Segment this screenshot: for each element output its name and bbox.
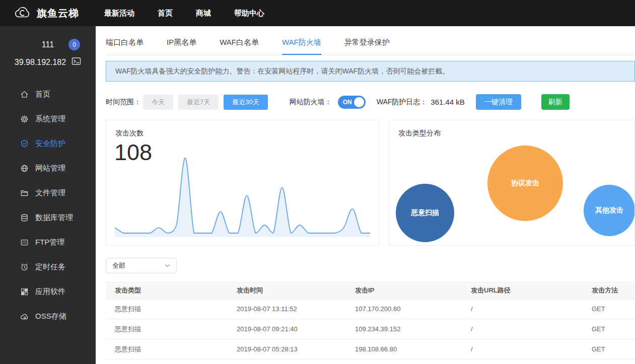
attack-type-bubble: 协议攻击 <box>487 145 563 221</box>
select-value: 全部 <box>112 261 165 270</box>
sidebar-item-website[interactable]: 网站管理 <box>0 156 96 181</box>
nav-item-activity[interactable]: 最新活动 <box>104 9 134 18</box>
table-cell: 198.108.66.80 <box>346 339 462 359</box>
sidebar: 111 0 39.98.192.182 首页 <box>0 26 96 364</box>
svg-text:FTP: FTP <box>22 242 27 244</box>
top-navbar: 旗鱼云梯 最新活动 首页 商城 帮助中心 <box>0 0 635 26</box>
range-button-today[interactable]: 今天 <box>143 95 173 110</box>
sidebar-item-ftp[interactable]: FTP FTP管理 <box>0 230 96 255</box>
server-ip: 39.98.192.182 <box>15 58 66 67</box>
toggle-on-text: ON <box>343 99 352 106</box>
area-fill <box>115 158 370 237</box>
notification-badge: 0 <box>68 39 80 50</box>
range-button-30days[interactable]: 最近30天 <box>224 95 267 110</box>
home-icon <box>20 90 29 99</box>
table-cell: 2019-08-07 09:21:40 <box>228 319 346 339</box>
sidebar-item-label: 网站管理 <box>35 164 65 173</box>
tab-waf-firewall[interactable]: WAF防火墙 <box>282 38 321 55</box>
range-button-7days[interactable]: 最近7天 <box>178 95 219 110</box>
clock-icon <box>20 263 29 271</box>
table-cell: 109.234.39.152 <box>346 319 462 339</box>
column-attack-type: 攻击类型 <box>106 282 228 299</box>
table-cell: 2019-08-07 05:28:13 <box>228 339 346 359</box>
table-cell: 2019-08-07 13:11:52 <box>228 299 346 319</box>
ftp-folder-icon: FTP <box>20 238 29 247</box>
attack-count-card: 攻击次数 108 <box>106 120 379 246</box>
time-range-label: 时间范围： <box>106 98 141 107</box>
sidebar-item-system[interactable]: 系统管理 <box>0 107 96 131</box>
sidebar-item-home[interactable]: 首页 <box>0 82 96 107</box>
attack-type-bubble: 恶意扫描 <box>396 184 454 242</box>
tab-waf-whitelist[interactable]: WAF白名单 <box>220 38 259 55</box>
sidebar-item-oss[interactable]: OSS存储 <box>0 304 96 329</box>
table-cell: 恶意扫描 <box>106 319 228 339</box>
charts-row: 攻击次数 108 攻击类型分布 恶意扫描协议攻击其他攻击 <box>106 120 635 246</box>
sidebar-item-label: 系统管理 <box>35 114 65 124</box>
server-ip-row: 39.98.192.182 <box>0 57 96 67</box>
nav-item-home[interactable]: 首页 <box>158 9 173 18</box>
tab-ip-blacklist[interactable]: IP黑名单 <box>167 38 196 55</box>
main-content: 端口白名单 IP黑名单 WAF白名单 WAF防火墙 异常登录保护 WAF防火墙具… <box>96 26 635 364</box>
firewall-toggle[interactable]: ON <box>338 96 366 109</box>
cloud-storage-icon <box>20 312 29 321</box>
clean-log-button[interactable]: 一键清理 <box>476 94 521 110</box>
sidebar-item-label: 定时任务 <box>35 262 65 272</box>
sidebar-item-label: 文件管理 <box>35 188 65 198</box>
waf-log-size: 361.44 kB <box>431 98 465 106</box>
refresh-button[interactable]: 刷新 <box>541 94 570 110</box>
sidebar-item-apps[interactable]: 应用软件 <box>0 279 96 304</box>
sidebar-item-label: 安全防护 <box>35 139 65 149</box>
table-cell: / <box>462 299 583 319</box>
tab-port-whitelist[interactable]: 端口白名单 <box>106 38 144 55</box>
top-nav-menu: 最新活动 首页 商城 帮助中心 <box>96 9 264 18</box>
table-cell: / <box>462 339 583 359</box>
globe-icon <box>20 164 29 173</box>
gear-icon <box>20 115 29 123</box>
table-cell: / <box>462 319 583 339</box>
table-row: 恶意扫描2019-08-07 09:21:40109.234.39.152/GE… <box>106 319 635 339</box>
bubble-label: 其他攻击 <box>595 206 623 215</box>
nav-item-help[interactable]: 帮助中心 <box>234 9 264 18</box>
table-row: 恶意扫描2019-08-07 05:28:13198.108.66.80/GET <box>106 339 635 359</box>
brand[interactable]: 旗鱼云梯 <box>0 5 96 22</box>
table-body: 恶意扫描2019-08-07 13:11:52107.170.200.60/GE… <box>106 299 635 359</box>
waf-info-banner: WAF防火墙具备强大的安全防护能力。警告：在安装网站程序时，请关闭WAF防火墙，… <box>106 61 635 82</box>
sidebar-item-security[interactable]: 安全防护 <box>0 131 96 156</box>
table-cell: 恶意扫描 <box>106 339 228 359</box>
terminal-icon[interactable] <box>72 57 81 67</box>
sidebar-item-cron[interactable]: 定时任务 <box>0 255 96 279</box>
server-name: 111 <box>42 40 54 49</box>
bubble-label: 恶意扫描 <box>411 208 439 217</box>
attack-types-bubble-chart: 恶意扫描协议攻击其他攻击 <box>389 120 634 245</box>
shield-check-icon <box>20 139 29 148</box>
banner-text: WAF防火墙具备强大的安全防护能力。警告：在安装网站程序时，请关闭WAF防火墙，… <box>115 67 449 76</box>
nav-item-shop[interactable]: 商城 <box>196 9 211 18</box>
table-cell: 107.170.200.60 <box>346 299 462 319</box>
waf-log-label: WAF防护日志： <box>377 98 428 107</box>
sidebar-menu: 首页 系统管理 安全防护 <box>0 82 96 329</box>
table-cell: 恶意扫描 <box>106 299 228 319</box>
table-cell: GET <box>583 299 635 319</box>
sidebar-item-database[interactable]: 数据库管理 <box>0 205 96 230</box>
server-name-row: 111 0 <box>0 40 96 49</box>
column-attack-method: 攻击方法 <box>583 282 635 299</box>
attack-type-bubble: 其他攻击 <box>584 185 635 236</box>
firewall-toggle-label: 网站防火墙： <box>290 98 332 107</box>
sidebar-item-label: 数据库管理 <box>35 213 73 223</box>
sidebar-item-label: FTP管理 <box>35 238 64 247</box>
apps-grid-icon <box>20 287 29 296</box>
brand-name: 旗鱼云梯 <box>37 7 79 20</box>
sidebar-item-label: 首页 <box>35 90 50 99</box>
table-row: 恶意扫描2019-08-07 13:11:52107.170.200.60/GE… <box>106 299 635 319</box>
attack-log-table: 攻击类型 攻击时间 攻击IP 攻击URL路径 攻击方法 恶意扫描2019-08-… <box>106 282 635 359</box>
database-icon <box>20 213 29 222</box>
tab-login-protection[interactable]: 异常登录保护 <box>344 38 390 55</box>
sidebar-item-files[interactable]: 文件管理 <box>0 181 96 205</box>
attack-types-card: 攻击类型分布 恶意扫描协议攻击其他攻击 <box>389 120 635 246</box>
filter-row: 全部 <box>106 258 635 273</box>
cloud-logo-icon <box>14 5 32 22</box>
attack-count-chart <box>115 150 370 238</box>
attack-type-select[interactable]: 全部 <box>106 258 177 273</box>
folder-icon <box>20 189 29 197</box>
controls-row: 时间范围： 今天 最近7天 最近30天 网站防火墙： ON WAF防护日志： 3… <box>106 94 635 110</box>
